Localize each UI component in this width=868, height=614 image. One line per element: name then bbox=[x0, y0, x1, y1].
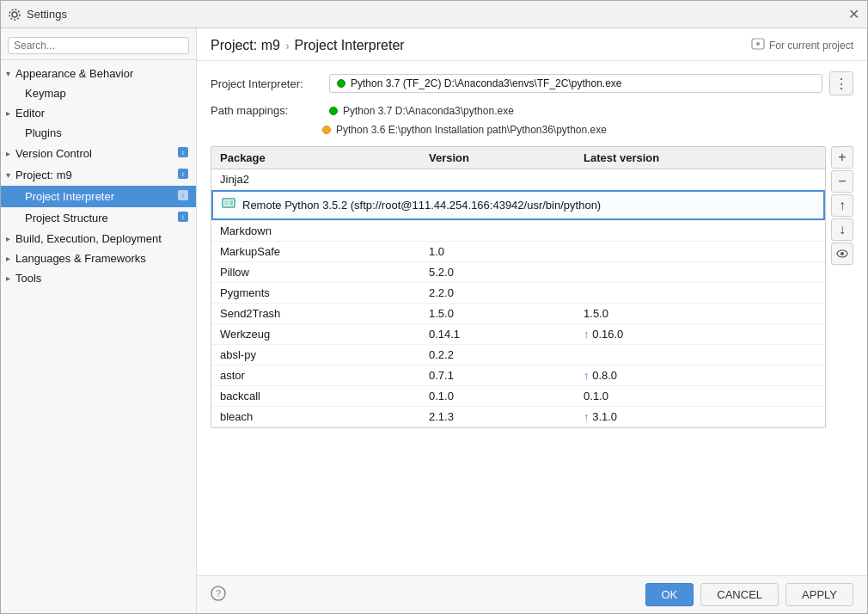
more-button[interactable]: ⋮ bbox=[829, 71, 853, 95]
table-row[interactable]: astor 0.7.1 ↑ 0.8.0 bbox=[211, 365, 825, 386]
python36-text: Python 3.6 E:\python Installation path\P… bbox=[336, 124, 607, 136]
breadcrumb: Project: m9 › Project Interpreter bbox=[211, 38, 405, 53]
window-title: Settings bbox=[27, 8, 67, 21]
pkg-name: Jinja2 bbox=[211, 169, 420, 190]
sidebar-item-label: Project Structure bbox=[25, 212, 108, 224]
titlebar: Settings ✕ bbox=[1, 1, 867, 28]
sidebar-item-version-control[interactable]: ▸ Version Control i bbox=[1, 143, 196, 164]
pkg-version: 2.1.3 bbox=[420, 407, 575, 427]
table-row[interactable]: Send2Trash 1.5.0 1.5.0 bbox=[211, 304, 825, 324]
sidebar-item-project-m9[interactable]: ▾ Project: m9 i bbox=[1, 164, 196, 186]
sidebar-item-appearance[interactable]: ▾ Appearance & Behavior bbox=[1, 64, 196, 83]
apply-button[interactable]: APPLY bbox=[785, 583, 853, 606]
badge-icon: i bbox=[177, 146, 189, 161]
table-row[interactable]: Werkzeug 0.14.1 ↑ 0.16.0 bbox=[211, 324, 825, 345]
table-row[interactable]: Pygments 2.2.0 bbox=[211, 283, 825, 304]
down-button[interactable]: ↓ bbox=[831, 218, 853, 241]
pkg-name: Send2Trash bbox=[211, 304, 420, 324]
pkg-version: 0.7.1 bbox=[420, 365, 575, 386]
pkg-name: absl-py bbox=[211, 345, 420, 365]
arrow-icon: ▸ bbox=[6, 254, 10, 263]
interpreter-dropdown-row: Remote Python 3.5.2 (sftp://root@111.44.… bbox=[211, 190, 825, 221]
pkg-latest bbox=[575, 283, 825, 304]
table-row[interactable]: Pillow 5.2.0 bbox=[211, 262, 825, 283]
remove-package-button[interactable]: − bbox=[831, 170, 853, 193]
path-label: Path mappings: bbox=[211, 104, 322, 117]
col-version: Version bbox=[420, 147, 575, 169]
packages-table-wrap: Package Version Latest version Jinja2 bbox=[211, 146, 826, 428]
table-row[interactable]: backcall 0.1.0 0.1.0 bbox=[211, 386, 825, 407]
interpreter-row: Project Interpreter: Python 3.7 (TF_2C) … bbox=[211, 71, 853, 95]
sidebar-item-build[interactable]: ▸ Build, Execution, Deployment bbox=[1, 229, 196, 249]
svg-text:i: i bbox=[182, 149, 184, 157]
upgrade-arrow-icon: ↑ bbox=[584, 410, 590, 423]
pkg-version: 0.1.0 bbox=[420, 386, 575, 407]
packages-table: Package Version Latest version Jinja2 bbox=[211, 147, 825, 427]
dropdown-interpreter-name: Remote Python 3.5.2 (sftp://root@111.44.… bbox=[242, 199, 601, 212]
breadcrumb-separator: › bbox=[285, 39, 290, 52]
content-body: Project Interpreter: Python 3.7 (TF_2C) … bbox=[197, 61, 867, 575]
help-button[interactable]: ? bbox=[211, 586, 226, 604]
pkg-version bbox=[420, 221, 575, 242]
pkg-version: 0.2.2 bbox=[420, 345, 575, 365]
pkg-latest: 1.5.0 bbox=[575, 304, 825, 324]
interpreter-dropdown[interactable]: Python 3.7 (TF_2C) D:\Anaconda3\envs\TF_… bbox=[329, 74, 822, 93]
breadcrumb-parent: Project: m9 bbox=[211, 38, 280, 53]
col-package: Package bbox=[211, 147, 420, 169]
sidebar-item-label: Plugins bbox=[25, 126, 62, 139]
python36-value: Python 3.6 E:\python Installation path\P… bbox=[322, 124, 607, 136]
sidebar-item-label: Build, Execution, Deployment bbox=[15, 232, 162, 245]
cancel-button[interactable]: CANCEL bbox=[700, 583, 779, 606]
up-button[interactable]: ↑ bbox=[831, 194, 853, 217]
sidebar-item-languages[interactable]: ▸ Languages & Frameworks bbox=[1, 249, 196, 268]
arrow-icon: ▾ bbox=[6, 69, 10, 78]
sidebar-item-editor[interactable]: ▸ Editor bbox=[1, 103, 196, 123]
sidebar-item-project-interpreter[interactable]: Project Interpreter i bbox=[1, 186, 196, 207]
col-latest: Latest version bbox=[575, 147, 825, 169]
sidebar-item-label: Project: m9 bbox=[15, 169, 72, 181]
ok-button[interactable]: OK bbox=[645, 583, 694, 606]
svg-point-18 bbox=[840, 252, 844, 255]
content-area: Project: m9 › Project Interpreter For cu… bbox=[197, 28, 867, 613]
upgrade-arrow-icon: ↑ bbox=[584, 369, 590, 382]
pkg-version: 0.14.1 bbox=[420, 324, 575, 345]
pkg-version: 1.5.0 bbox=[420, 304, 575, 324]
table-row[interactable]: absl-py 0.2.2 bbox=[211, 345, 825, 365]
footer: ? OK CANCEL APPLY bbox=[197, 575, 867, 613]
table-row[interactable]: Jinja2 bbox=[211, 169, 825, 190]
table-row[interactable]: MarkupSafe 1.0 bbox=[211, 242, 825, 262]
interpreter-label: Project Interpreter: bbox=[211, 77, 322, 90]
sidebar-item-project-structure[interactable]: Project Structure i bbox=[1, 207, 196, 229]
sidebar-search-input[interactable] bbox=[8, 37, 189, 54]
remote-icon bbox=[222, 197, 235, 213]
sidebar-item-tools[interactable]: ▸ Tools bbox=[1, 268, 196, 288]
pkg-version: 1.0 bbox=[420, 242, 575, 262]
path-value: Python 3.7 D:\Anaconda3\python.exe bbox=[329, 105, 514, 117]
table-row[interactable]: bleach 2.1.3 ↑ 3.1.0 bbox=[211, 407, 825, 427]
badge-icon: i bbox=[177, 211, 189, 225]
eye-button[interactable] bbox=[831, 243, 853, 265]
add-package-button[interactable]: + bbox=[831, 146, 853, 169]
sidebar-item-keymap[interactable]: Keymap bbox=[1, 83, 196, 103]
sidebar-item-label: Keymap bbox=[25, 87, 66, 100]
settings-window: Settings ✕ ▾ Appearance & Behavior Keyma… bbox=[0, 0, 868, 614]
arrow-icon: ▸ bbox=[6, 234, 10, 243]
svg-text:i: i bbox=[182, 192, 184, 200]
dropdown-content: Remote Python 3.5.2 (sftp://root@111.44.… bbox=[211, 190, 825, 220]
pkg-version: 5.2.0 bbox=[420, 262, 575, 283]
for-project-label: For current project bbox=[769, 40, 853, 52]
svg-point-0 bbox=[12, 12, 17, 17]
badge-icon: i bbox=[177, 189, 189, 204]
sidebar-item-plugins[interactable]: Plugins bbox=[1, 123, 196, 143]
green-status-dot bbox=[329, 107, 338, 115]
sidebar-item-label: Project Interpreter bbox=[25, 190, 114, 203]
pkg-latest bbox=[575, 169, 825, 190]
sidebar-item-label: Languages & Frameworks bbox=[15, 252, 146, 265]
table-row[interactable]: Markdown bbox=[211, 221, 825, 242]
interpreter-value: Python 3.7 (TF_2C) D:\Anaconda3\envs\TF_… bbox=[351, 77, 622, 89]
svg-point-1 bbox=[9, 9, 20, 20]
close-button[interactable]: ✕ bbox=[847, 8, 860, 21]
pkg-name: bleach bbox=[211, 407, 420, 427]
path-text: Python 3.7 D:\Anaconda3\python.exe bbox=[343, 105, 514, 117]
content-header: Project: m9 › Project Interpreter For cu… bbox=[197, 28, 867, 61]
